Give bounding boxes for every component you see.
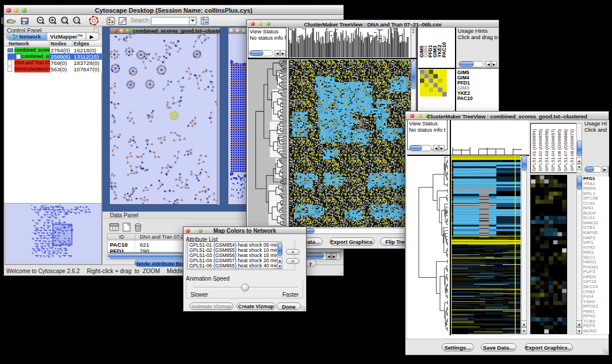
svg-text:GPL51-08 (GSM872): GPL51-08 (GSM872): [569, 129, 575, 171]
svg-text:GPL51-02 (GSM855): GPL51-02 (GSM855): [538, 129, 543, 171]
svg-text:PAC10: PAC10: [441, 42, 447, 58]
svg-text:Search:: Search:: [131, 17, 150, 24]
svg-text:GPL51-07 (GSM868): GPL51-07 (GSM868): [563, 129, 568, 171]
svg-text:GPL51-04 (GSM857): GPL51-04 (GSM857): [550, 129, 556, 171]
svg-text:GPL51-03 (GSM856): GPL51-03 (GSM856): [544, 129, 549, 171]
svg-text:GPL51-01 (GSM854): GPL51-01 (GSM854): [531, 129, 537, 171]
svg-text:GPL51-06 (GSM865): GPL51-06 (GSM865): [557, 129, 562, 171]
svg-text:1:1: 1:1: [75, 18, 79, 22]
